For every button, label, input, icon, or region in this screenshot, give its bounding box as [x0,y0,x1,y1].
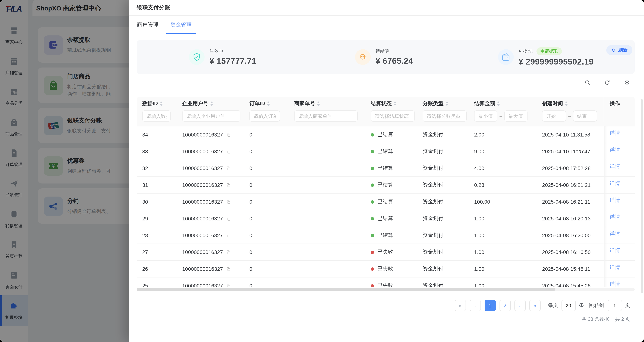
apply-withdraw-badge[interactable]: 申请提现 [536,47,562,55]
cell-actions: 详情 [604,126,635,143]
column-header[interactable]: 结算金额 [468,97,536,110]
cell-split-type: 资金划付 [417,278,468,287]
filter-input[interactable] [250,110,280,122]
copy-icon[interactable] [226,233,231,238]
column-header[interactable]: 企业用户号 [176,97,244,110]
last-page-button[interactable]: » [529,300,540,311]
filter-input[interactable] [422,110,467,122]
filter-range-max[interactable] [573,110,597,122]
stat-label: 生效中 [210,48,224,54]
cell-created-time: 2025-04-08 16:20:13 [536,210,604,227]
refresh-button[interactable]: 刷新 [606,45,632,55]
detail-link[interactable]: 详情 [610,281,620,287]
sort-caret-icon[interactable] [394,101,396,106]
filter-input[interactable] [142,110,170,122]
stat-value: ¥ 299999995502.19 [518,57,594,67]
sort-caret-icon[interactable] [267,101,270,106]
column-header[interactable]: 创建时间 [536,97,604,110]
sort-caret-icon[interactable] [210,101,213,106]
vertical-scrollbar-thumb[interactable] [641,99,643,293]
search-icon[interactable] [584,79,590,86]
table-row: 34 10000000016327 0 已结算 资金划付 2.00 2025-0… [137,126,635,143]
cell-actions: 详情 [604,160,635,176]
copy-icon[interactable] [226,166,231,171]
detail-link[interactable]: 详情 [610,247,620,254]
copy-icon[interactable] [226,149,231,154]
cell-settle-amount: 1.00 [468,210,536,227]
detail-link[interactable]: 详情 [610,180,620,187]
cell-data-id: 28 [137,227,176,244]
app-window: FILA 商家中心 店铺管理 商品分类 商品管理 订单管理 导航管理 轮播管理 [0,0,644,342]
prev-page-button[interactable]: ‹ [470,300,481,311]
screen: FILA 商家中心 店铺管理 商品分类 商品管理 订单管理 导航管理 轮播管理 [0,0,644,342]
copy-icon[interactable] [226,267,231,271]
detail-link[interactable]: 详情 [610,147,620,153]
copy-icon[interactable] [226,216,231,221]
cell-split-type: 资金划付 [417,126,468,143]
copy-icon[interactable] [226,132,231,137]
column-header[interactable]: 结算状态 [365,97,417,110]
column-header[interactable]: 商家单号 [288,97,365,110]
cell-data-id: 27 [137,244,176,260]
cell-data-id: 31 [137,177,176,193]
refresh-button-label: 刷新 [618,47,628,53]
page-1-button[interactable]: 1 [484,300,496,311]
jump-page-input[interactable] [608,300,622,311]
sort-caret-icon[interactable] [446,101,448,106]
copy-icon[interactable] [226,183,231,187]
detail-link[interactable]: 详情 [610,130,620,136]
unionpay-split-drawer: 银联支付分账 商户管理资金管理 可提现申请提现 ¥ 299999995502.1… [129,0,644,342]
cell-actions: 详情 [604,210,635,227]
filter-input[interactable] [294,110,358,122]
cell-created-time: 2025-04-08 16:21:11 [536,194,604,210]
cell-settle-amount: 0.23 [468,177,536,193]
column-header[interactable]: 分账类型 [417,97,468,110]
refresh-icon[interactable] [604,79,610,86]
tab-funds-manage[interactable]: 资金管理 [170,16,192,34]
sort-caret-icon[interactable] [497,101,500,106]
sort-caret-icon[interactable] [565,101,568,106]
table-row: 32 10000000016327 0 已结算 资金划付 4.00 2025-0… [137,160,635,177]
wallet-outline-icon [498,49,514,65]
filter-range-max[interactable] [504,110,527,122]
status-dot [371,284,374,287]
stat-1: 待结算 ¥ 6765.24 [355,40,413,74]
next-page-button[interactable]: › [514,300,526,311]
filter-range-min[interactable] [542,110,566,122]
tab-merchant-manage[interactable]: 商户管理 [137,16,158,34]
horizontal-scrollbar-thumb[interactable] [137,288,555,291]
cell-order-id: 0 [244,194,288,210]
detail-link[interactable]: 详情 [610,264,620,271]
status-dot [371,150,374,153]
cell-created-time: 2025-04-08 15:45:28 [536,278,604,287]
sort-caret-icon[interactable] [160,101,163,106]
cell-actions: 详情 [604,227,635,244]
cell-data-id: 29 [137,210,176,227]
detail-link[interactable]: 详情 [610,197,620,204]
filter-range-min[interactable] [474,110,497,122]
detail-link[interactable]: 详情 [610,214,620,220]
horizontal-scrollbar[interactable] [137,288,635,291]
column-header[interactable]: 数据ID [137,97,176,110]
filter-input[interactable] [182,110,240,122]
first-page-button[interactable]: « [454,300,466,311]
cell-user-no: 10000000016327 [176,227,244,244]
cell-order-id: 0 [244,244,288,260]
copy-icon[interactable] [226,199,231,204]
cell-settle-status: 已结算 [365,210,417,227]
copy-icon[interactable] [226,283,231,287]
copy-icon[interactable] [226,250,231,255]
page-size-input[interactable] [561,300,576,311]
detail-link[interactable]: 详情 [610,163,620,170]
cell-split-type: 资金划付 [417,177,468,193]
cell-user-no: 10000000016327 [176,194,244,210]
filter-input[interactable] [371,110,415,122]
detail-link[interactable]: 详情 [610,231,620,237]
column-header[interactable]: 订单ID [244,97,288,110]
settings-icon[interactable] [624,79,630,86]
table-row: 31 10000000016327 0 已结算 资金划付 0.23 2025-0… [137,177,635,194]
sort-caret-icon[interactable] [317,101,320,106]
table-header-row: 数据ID 企业用户号 订单ID 商家单号 结算状态 分账类型 结算金额 创建时间 [137,97,635,110]
total-items: 共 33 条数据 [582,316,609,323]
page-2-button[interactable]: 2 [499,300,510,311]
